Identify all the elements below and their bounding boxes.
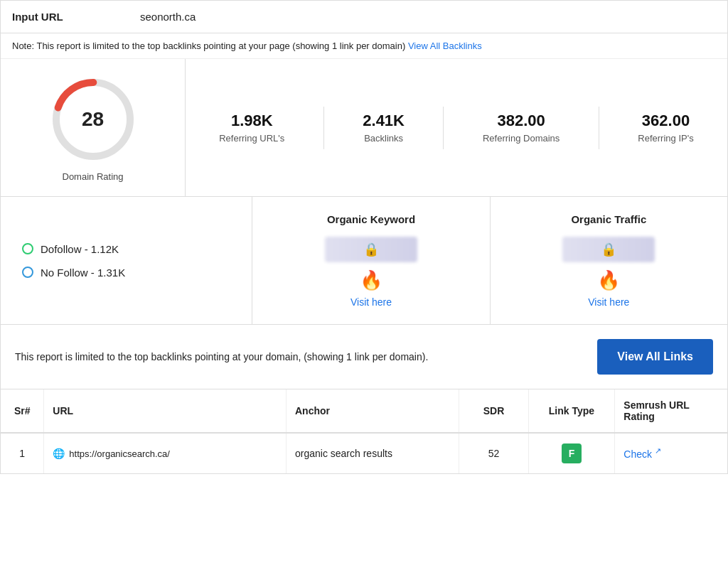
report-bar-text: This report is limited to the top backli… [15, 350, 428, 365]
col-header-anchor: Anchor [286, 389, 459, 433]
organic-traffic-fire: 🔥 [597, 271, 620, 289]
metric-backlinks-value: 2.41K [363, 112, 405, 130]
url-cell: 🌐 https://organicsearch.ca/ [53, 448, 277, 459]
metric-backlinks: 2.41K Backlinks [363, 112, 405, 144]
cell-url: 🌐 https://organicsearch.ca/ [44, 433, 287, 473]
dofollow-circle-icon [22, 243, 33, 254]
nofollow-label: No Follow - 1.31K [41, 267, 125, 279]
domain-rating-value: 28 [82, 108, 104, 131]
organic-keyword-fire: 🔥 [360, 271, 382, 289]
table-header-row: Sr# URL Anchor SDR Link Type Semrush URL… [1, 389, 727, 433]
col-header-semrush: Semrush URL Rating [615, 389, 727, 433]
table-row: 1 🌐 https://organicsearch.ca/ organic se… [1, 433, 727, 473]
dofollow-box: Dofollow - 1.12K No Follow - 1.31K [1, 197, 252, 324]
metrics-box: 1.98K Referring URL's 2.41K Backlinks 38… [186, 59, 727, 196]
url-text: https://organicsearch.ca/ [69, 448, 170, 459]
globe-icon: 🌐 [53, 448, 65, 459]
organic-keyword-title: Organic Keyword [327, 213, 415, 225]
report-bar: This report is limited to the top backli… [1, 325, 727, 389]
col-header-sr: Sr# [1, 389, 44, 433]
gauge-chart: 28 [47, 73, 139, 166]
dofollow-label: Dofollow - 1.12K [41, 243, 119, 255]
metric-referring-urls-value: 1.98K [219, 112, 284, 130]
metric-referring-domains: 382.00 Referring Domains [483, 112, 560, 144]
dofollow-item: Dofollow - 1.12K [22, 243, 230, 255]
domain-rating-box: 28 Domain Rating [1, 59, 186, 196]
cell-anchor: organic search results [286, 433, 459, 473]
view-all-links-button[interactable]: View All Links [597, 339, 713, 375]
col-header-linktype: Link Type [528, 389, 615, 433]
cell-semrush: Check ↗ [615, 433, 727, 473]
note-bar: Note: This report is limited to the top … [1, 33, 727, 59]
metric-referring-domains-label: Referring Domains [483, 133, 560, 144]
metric-referring-urls-label: Referring URL's [219, 133, 284, 144]
cell-sr: 1 [1, 433, 44, 473]
stats-section: 28 Domain Rating 1.98K Referring URL's 2… [1, 59, 727, 197]
metric-divider-1 [323, 107, 324, 149]
external-link-icon: ↗ [655, 447, 661, 456]
cell-linktype: F [528, 433, 615, 473]
metric-referring-ips: 362.00 Referring IP's [638, 112, 693, 144]
input-url-row: Input URL seonorth.ca [1, 1, 727, 33]
organic-keyword-visit-link[interactable]: Visit here [350, 296, 392, 308]
cell-sdr: 52 [459, 433, 528, 473]
backlinks-table: Sr# URL Anchor SDR Link Type Semrush URL… [1, 389, 727, 473]
metric-divider-3 [599, 107, 599, 149]
metric-backlinks-label: Backlinks [363, 133, 405, 144]
input-url-value: seonorth.ca [140, 11, 196, 23]
domain-rating-label: Domain Rating [63, 171, 124, 182]
lock-icon-2: 🔒 [601, 242, 616, 257]
organic-keyword-box: Organic Keyword 🔒 🔥 Visit here [252, 197, 490, 324]
organic-traffic-box: Organic Traffic 🔒 🔥 Visit here [491, 197, 727, 324]
input-url-label: Input URL [12, 11, 140, 23]
col-header-url: URL [44, 389, 287, 433]
organic-traffic-locked: 🔒 [562, 235, 655, 264]
metric-referring-domains-value: 382.00 [483, 112, 560, 130]
table-section: Sr# URL Anchor SDR Link Type Semrush URL… [1, 389, 727, 473]
lock-icon: 🔒 [363, 242, 379, 257]
organic-traffic-visit-link[interactable]: Visit here [588, 296, 629, 308]
nofollow-item: No Follow - 1.31K [22, 267, 230, 279]
metric-referring-urls: 1.98K Referring URL's [219, 112, 284, 144]
metric-referring-ips-label: Referring IP's [638, 133, 693, 144]
link-section: Dofollow - 1.12K No Follow - 1.31K Organ… [1, 197, 727, 325]
view-all-backlinks-link[interactable]: View All Backlinks [408, 41, 482, 51]
col-header-sdr: SDR [459, 389, 528, 433]
f-badge: F [562, 443, 582, 463]
organic-keyword-locked: 🔒 [325, 235, 417, 264]
note-text: Note: This report is limited to the top … [12, 41, 405, 51]
nofollow-circle-icon [22, 267, 33, 278]
metric-referring-ips-value: 362.00 [638, 112, 693, 130]
organic-traffic-title: Organic Traffic [571, 213, 646, 225]
metric-divider-2 [443, 107, 444, 149]
check-link[interactable]: Check ↗ [623, 448, 661, 460]
page-wrapper: Input URL seonorth.ca Note: This report … [0, 0, 728, 474]
